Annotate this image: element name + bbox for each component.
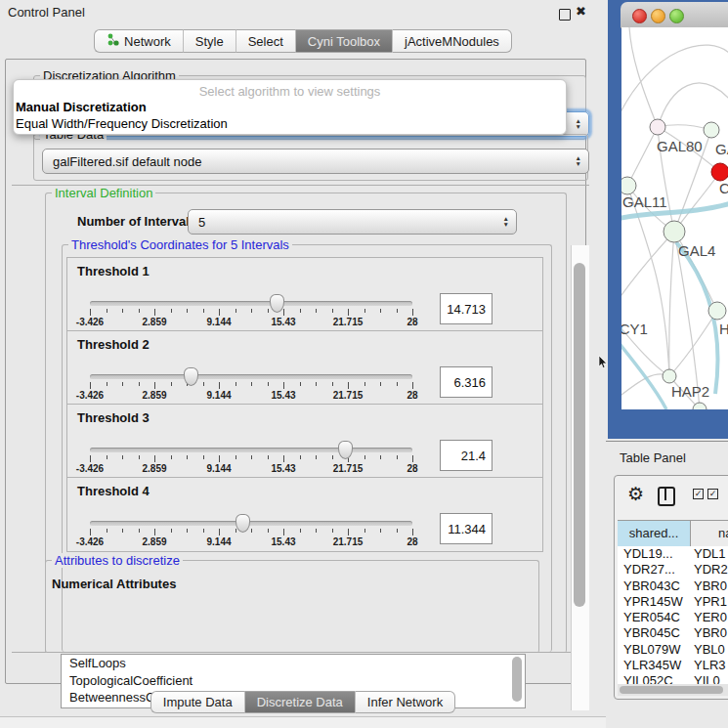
tick-mark	[154, 309, 155, 316]
close-icon[interactable]: ✖	[576, 4, 586, 19]
tick-mark	[90, 309, 91, 316]
cyni-toolbox-panel: Discretization Algorithm ▲▼ Table Data g…	[5, 59, 586, 684]
gear-icon[interactable]: ⚙	[627, 483, 644, 505]
tick-mark	[203, 455, 204, 459]
tab-jactivemnodules[interactable]: jActiveMNodules	[392, 29, 512, 53]
tab-network[interactable]: Network	[94, 29, 183, 53]
network-node-label: H	[719, 321, 728, 337]
slider-track[interactable]	[90, 301, 412, 306]
tick-mark	[187, 529, 188, 533]
network-canvas[interactable]: GAL80GACGAL11GAL4GCY1HHAP2	[621, 27, 728, 409]
threshold-value-field[interactable]: 6.316	[440, 366, 492, 398]
table-row[interactable]: YDR27...YDR2	[618, 562, 728, 578]
tick-mark	[364, 382, 365, 386]
column-header-shared-name[interactable]: shared...	[618, 521, 691, 546]
tab-label: Cyni Toolbox	[308, 34, 380, 49]
slider-track[interactable]	[90, 448, 412, 452]
axis-tick-label: 28	[407, 463, 417, 474]
network-window-titlebar[interactable]	[621, 2, 728, 28]
tick-mark	[236, 529, 236, 533]
checkbox-icon[interactable]: ✓	[693, 489, 704, 499]
tick-mark	[236, 309, 236, 313]
scrollbar-thumb[interactable]	[574, 263, 585, 607]
tab-discretize-data[interactable]: Discretize Data	[244, 691, 355, 713]
attribute-item[interactable]: TopologicalCoefficient	[62, 672, 525, 690]
interval-definition-label: Interval Definition	[52, 186, 155, 200]
float-window-icon[interactable]	[559, 9, 571, 21]
tick-mark	[380, 529, 381, 533]
cell-shared-name: YDR27...	[618, 562, 690, 578]
algorithm-options: Manual DiscretizationEqual Width/Frequen…	[14, 99, 566, 132]
tick-mark	[90, 455, 91, 462]
split-divider[interactable]	[606, 441, 728, 442]
table-data-combo[interactable]: galFiltered.sif default node ▲▼	[42, 149, 589, 174]
tab-infer-network[interactable]: Infer Network	[355, 691, 455, 713]
tick-mark	[203, 382, 204, 386]
network-edge	[621, 45, 728, 120]
network-node-label: C	[719, 180, 728, 196]
cell-shared-name: YBR043C	[618, 578, 690, 594]
slider-thumb[interactable]	[270, 294, 284, 313]
network-edge	[669, 232, 674, 376]
threshold-value-field[interactable]: 21.4	[440, 440, 492, 471]
tab-impute-data[interactable]: Impute Data	[150, 691, 244, 713]
axis-tick-label: 9.144	[206, 463, 231, 474]
split-columns-icon[interactable]	[658, 487, 675, 506]
tick-mark	[122, 529, 123, 533]
slider-track[interactable]	[90, 374, 412, 379]
tick-mark	[364, 455, 365, 459]
axis-tick-label: 28	[407, 390, 417, 401]
table-row[interactable]: YDL19...YDL1	[618, 546, 728, 562]
number-of-intervals-combo[interactable]: 5 ▲▼	[188, 209, 517, 235]
tick-mark	[412, 382, 413, 389]
table-body: YDL19...YDL1YDR27...YDR2YBR043CYBR0YPR14…	[618, 546, 728, 685]
table-row[interactable]: YBR045CYBR0	[618, 625, 728, 641]
cell-shared-name: YPR145W	[618, 594, 690, 610]
slider-thumb[interactable]	[338, 441, 353, 459]
scrollbar-thumb[interactable]	[620, 686, 723, 694]
mouse-cursor	[598, 356, 610, 371]
tab-style[interactable]: Style	[183, 29, 236, 53]
tick-mark	[171, 309, 172, 313]
tab-select[interactable]: Select	[236, 29, 295, 53]
cell-name: YPR1	[690, 594, 728, 610]
cell-name: YLR3	[690, 658, 728, 673]
axis-tick-label: 15.43	[271, 536, 295, 547]
checkbox-icon[interactable]: ✓	[707, 489, 718, 499]
axis-tick-label: 9.144	[206, 390, 231, 401]
threshold-value-field[interactable]: 14.713	[440, 293, 492, 324]
minimize-traffic-light-icon[interactable]	[651, 9, 665, 23]
slider-thumb[interactable]	[236, 514, 250, 533]
tab-cyni-toolbox[interactable]: Cyni Toolbox	[295, 29, 392, 53]
tick-mark	[219, 529, 220, 535]
network-edge	[621, 232, 674, 314]
algorithm-option[interactable]: Manual Discretization	[14, 99, 566, 115]
network-node-label: HAP2	[671, 383, 709, 400]
zoom-traffic-light-icon[interactable]	[669, 9, 684, 23]
table-row[interactable]: YPR145WYPR1	[618, 594, 728, 610]
panel-vertical-scrollbar[interactable]	[571, 245, 589, 710]
table-horizontal-scrollbar[interactable]	[618, 684, 728, 696]
table-row[interactable]: YBR043CYBR0	[618, 578, 728, 594]
table-row[interactable]: YBL079WYBL0	[618, 642, 728, 658]
tick-mark	[412, 529, 413, 535]
number-of-intervals-value: 5	[198, 215, 205, 230]
column-header-name[interactable]: na...	[691, 521, 728, 546]
slider-thumb[interactable]	[184, 367, 198, 386]
network-icon	[107, 33, 119, 49]
close-traffic-light-icon[interactable]	[632, 9, 647, 23]
algorithm-popup-hint: Select algorithm to view settings	[14, 84, 566, 99]
tick-mark	[348, 309, 349, 316]
table-row[interactable]: YER054CYER0	[618, 610, 728, 625]
cell-name: YDR2	[690, 562, 728, 578]
tab-label: Style	[195, 34, 224, 49]
attribute-item[interactable]: SelfLoops	[62, 655, 525, 672]
tick-mark	[283, 309, 284, 316]
tick-mark	[107, 455, 107, 459]
table-row[interactable]: YLR345WYLR3	[618, 658, 728, 673]
tab-label: Infer Network	[367, 695, 443, 709]
algorithm-option[interactable]: Equal Width/Frequency Discretization	[14, 115, 566, 132]
threshold-value-field[interactable]: 11.344	[440, 513, 492, 544]
network-edge-thick	[621, 340, 666, 409]
slider-track[interactable]	[90, 521, 412, 526]
